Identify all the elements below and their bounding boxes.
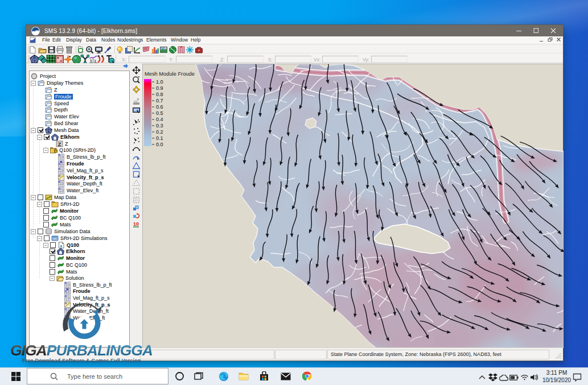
svg-text:1.0: 1.0 bbox=[156, 79, 163, 85]
svg-text:0.1: 0.1 bbox=[156, 135, 163, 141]
svg-text:Mesh Module Froude: Mesh Module Froude bbox=[145, 71, 195, 77]
svg-text:0.0: 0.0 bbox=[156, 142, 163, 147]
svg-text:0.3: 0.3 bbox=[156, 123, 163, 129]
svg-text:10: 10 bbox=[133, 221, 139, 227]
svg-text:0.5: 0.5 bbox=[156, 110, 163, 116]
svg-text:0.8: 0.8 bbox=[156, 92, 163, 97]
svg-text:Z: Z bbox=[58, 142, 61, 147]
svg-text:0.9: 0.9 bbox=[156, 85, 163, 91]
svg-text:0.2: 0.2 bbox=[156, 129, 163, 135]
svg-text:0.4: 0.4 bbox=[156, 117, 163, 122]
svg-text:0.6: 0.6 bbox=[156, 104, 163, 110]
svg-text:?: ? bbox=[137, 98, 139, 102]
svg-text:0.7: 0.7 bbox=[156, 98, 163, 104]
